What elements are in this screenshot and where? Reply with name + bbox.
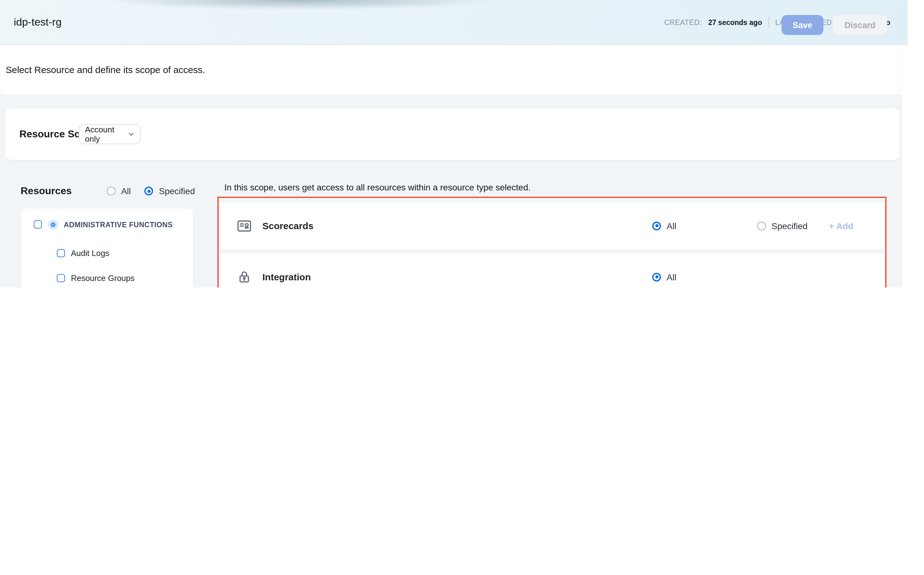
scope-instruction: In this scope, users get access to all r… [224,182,531,192]
group-header: ADMINISTRATIVE FUNCTIONS [21,208,193,240]
scorecards-icon [236,218,252,234]
resource-scope-card: Resource Scope Account only [6,109,900,160]
discard-button[interactable]: Discard [833,15,887,35]
page: idp-test-rg CREATED: 27 seconds ago LAST… [0,0,924,288]
resources-title: Resources [21,186,72,197]
resource-row: Integration All Specified [220,254,884,288]
created-label: CREATED: [664,18,702,26]
resource-scope-select[interactable]: Account only [79,124,140,144]
group-item-list: Audit Logs Resource Groups Default Setti… [21,240,193,288]
group-checkbox[interactable] [34,221,42,229]
resources-specified-radio[interactable] [145,187,153,195]
specified-radio-label[interactable]: Specified [771,221,808,231]
right-rail [901,94,924,288]
resource-group-card-admin: ADMINISTRATIVE FUNCTIONS Audit Logs Reso… [21,208,193,288]
resources-specified-label[interactable]: Specified [159,186,195,196]
add-link[interactable]: + Add [829,202,853,249]
resource-checkbox-item: Audit Logs [21,240,193,266]
resource-rows-highlight-box: Scorecards All Specified + Add Integrati… [217,197,887,288]
all-radio-label[interactable]: All [667,272,676,282]
resource-scope-value: Account only [85,125,128,144]
resource-row-label: Integration [262,254,311,288]
meta-divider [768,17,769,27]
lock-icon [236,269,252,285]
resource-row-label: Scorecards [262,202,313,249]
subheader-description: Select Resource and define its scope of … [6,45,205,94]
chevron-down-icon [128,131,134,137]
all-radio-label[interactable]: All [667,221,676,231]
resources-header: Resources All Specified [21,180,209,202]
all-radio[interactable] [652,273,661,281]
save-button[interactable]: Save [782,15,824,35]
resource-row: Scorecards All Specified + Add [220,202,884,249]
checkbox[interactable] [57,249,65,257]
group-title: ADMINISTRATIVE FUNCTIONS [64,221,173,228]
page-title: idp-test-rg [14,0,62,44]
resource-checkbox-item: Resource Groups [21,266,193,288]
created-value: 27 seconds ago [708,18,762,26]
checkbox-label[interactable]: Resource Groups [71,274,135,283]
resources-all-radio[interactable] [107,187,116,195]
all-radio[interactable] [652,221,661,230]
resources-all-label[interactable]: All [121,186,131,196]
subheader-bar: Select Resource and define its scope of … [0,45,900,94]
specified-radio[interactable] [757,221,766,230]
checkbox[interactable] [57,275,65,283]
admin-functions-icon [48,219,58,229]
checkbox-label[interactable]: Audit Logs [71,248,109,258]
